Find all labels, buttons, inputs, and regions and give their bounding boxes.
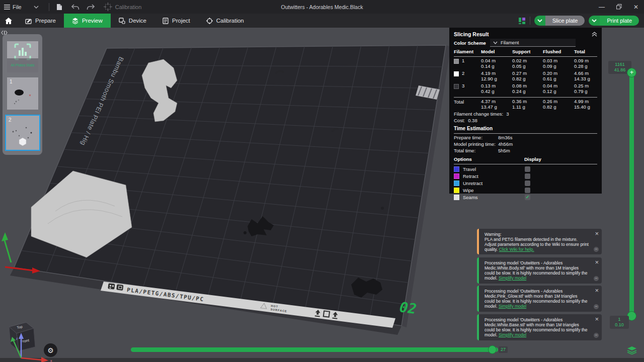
color-scheme-dropdown[interactable]: Filament <box>490 39 576 47</box>
slice-plate-button[interactable]: Slice plate <box>545 16 585 26</box>
cell: 0.28 g <box>574 64 597 69</box>
wipe-label: Wipe <box>463 188 474 193</box>
step-value-chip: 27 <box>499 346 508 353</box>
filament-1-swatch <box>454 59 459 64</box>
cell: 0.20 m <box>543 71 574 76</box>
travel-label: Travel <box>463 166 476 172</box>
home-button[interactable] <box>0 14 17 28</box>
redo-icon[interactable] <box>87 4 95 10</box>
view-settings-button[interactable]: ⚙ <box>44 343 57 357</box>
close-icon[interactable]: × <box>595 287 599 294</box>
cell: 0.04 m <box>543 83 574 89</box>
unretract-display-checkbox[interactable] <box>525 180 530 186</box>
wipe-color-swatch <box>454 188 459 193</box>
cost-label: Cost: <box>454 118 465 123</box>
wipe-display-checkbox[interactable] <box>525 188 530 193</box>
simplify-model-link[interactable]: Simplify model <box>499 304 526 309</box>
restore-button[interactable] <box>612 0 626 14</box>
plate-1-thumbnail[interactable]: 1 <box>7 77 38 110</box>
cell: 1.11 g <box>512 105 543 110</box>
plates-stats-icon[interactable] <box>518 17 526 25</box>
filament-change-label: Filament change times: <box>454 111 503 117</box>
retract-display-checkbox[interactable] <box>525 173 530 179</box>
collapse-notification-icon[interactable]: − <box>594 333 599 338</box>
axis-x-label: x <box>50 359 52 362</box>
tab-prepare[interactable]: Prepare <box>17 14 64 28</box>
calibration-tool-label: Calibration <box>115 4 142 10</box>
notification-processing-base-stl: Processing model 'Outwitters - Adorables… <box>477 314 602 340</box>
close-icon[interactable]: × <box>595 259 599 265</box>
filament-change-value: 3 <box>506 111 509 117</box>
seams-color-swatch <box>454 195 459 200</box>
step-slider-handle[interactable] <box>488 345 497 354</box>
layer-slider-track[interactable] <box>629 71 634 318</box>
close-icon[interactable]: × <box>595 316 599 322</box>
cell: 4.99 m <box>574 99 597 105</box>
file-menu-chevron-icon[interactable] <box>34 6 39 9</box>
notification-warning: Warning: PLA and PETG filaments detected… <box>477 229 602 254</box>
print-plate-dropdown[interactable] <box>589 16 600 26</box>
layer-slider-top-handle[interactable]: + <box>627 68 636 77</box>
seams-display-checkbox[interactable] <box>525 195 530 200</box>
collapse-notification-icon[interactable]: − <box>594 247 599 252</box>
all-plates-stats-icon <box>14 43 31 60</box>
seams-label: Seams <box>463 195 478 200</box>
hamburger-icon <box>4 5 10 10</box>
filament-table: Filament Model Support Flushed Total <box>454 48 597 55</box>
option-row-travel: Travel <box>454 165 597 172</box>
project-icon <box>163 18 169 24</box>
notification-accent-bar <box>477 229 479 254</box>
time-estimation-title: Time Estimation <box>454 124 597 132</box>
new-project-icon[interactable] <box>56 4 62 11</box>
filament-2-id: 2 <box>462 71 464 76</box>
tab-preview[interactable]: Preview <box>64 14 111 28</box>
file-menu[interactable]: File <box>4 4 22 10</box>
tab-device[interactable]: Device <box>111 14 154 28</box>
undo-icon[interactable] <box>71 4 79 10</box>
cell: 0.79 g <box>574 89 597 95</box>
axis-z-label: z <box>16 337 18 340</box>
layer-top-number: 1161 <box>611 62 629 67</box>
cell: 0.26 m <box>543 99 574 105</box>
col-filament: Filament <box>454 48 481 55</box>
option-row-unretract: Unretract <box>454 179 597 187</box>
slice-plate-dropdown[interactable] <box>534 16 545 26</box>
plate-1-number: 1 <box>10 79 13 84</box>
close-icon[interactable]: × <box>595 230 599 237</box>
close-window-button[interactable]: ✕ <box>629 0 643 14</box>
collapse-notification-icon[interactable]: − <box>594 276 599 281</box>
color-scheme-label: Color Scheme <box>454 40 486 46</box>
layer-bottom-chip: 1 0.10 <box>610 316 629 329</box>
filament-3-swatch <box>454 84 459 89</box>
slicing-result-title: Slicing Result <box>454 31 489 37</box>
plate-actions: Slice plate Print plate <box>518 14 644 28</box>
simplify-model-link[interactable]: Simplify model <box>499 332 526 337</box>
print-plate-button[interactable]: Print plate <box>600 16 639 26</box>
model-printing-time-label: Model printing time: <box>454 141 498 148</box>
tab-calibration[interactable]: Calibration <box>198 14 252 28</box>
cell: 0.82 g <box>543 105 574 110</box>
all-plates-stats-thumbnail[interactable]: All Plates Stats <box>7 41 38 72</box>
print-plate-split-button: Print plate <box>589 16 639 26</box>
notification-accent-bar <box>477 257 479 284</box>
collapse-panel-icon[interactable] <box>592 32 597 37</box>
cell: 0.82 g <box>512 76 543 82</box>
travel-display-checkbox[interactable] <box>525 166 530 172</box>
option-row-retract: Retract <box>454 172 597 179</box>
minimize-button[interactable]: — <box>595 0 609 14</box>
option-row-wipe: Wipe <box>454 187 597 194</box>
layers-icon[interactable] <box>627 346 637 354</box>
calibration-tool-icon[interactable] <box>104 3 112 11</box>
tab-project[interactable]: Project <box>154 14 198 28</box>
plate-2-thumbnail[interactable]: 2 <box>6 116 39 150</box>
filament-3-id: 3 <box>462 83 464 89</box>
simplify-model-link[interactable]: Simplify model <box>499 276 526 281</box>
travel-color-swatch <box>454 166 459 172</box>
step-slider-track[interactable] <box>131 347 498 352</box>
model-printing-time-value: 4h56m <box>498 141 513 148</box>
collapse-notification-icon[interactable]: − <box>594 304 599 309</box>
cell: 0.27 m <box>512 71 543 76</box>
display-title: Display <box>524 156 541 162</box>
wiki-help-link[interactable]: Click Wiki for help. <box>499 247 534 252</box>
notification-processing-pink-glow-stl: Processing model 'Outwitters - Adorables… <box>477 286 602 312</box>
